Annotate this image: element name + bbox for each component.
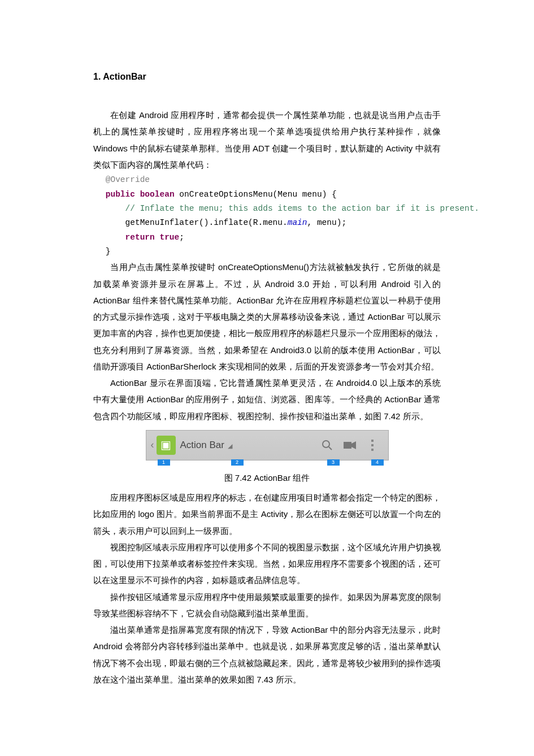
back-chevron-icon: ‹ <box>151 435 154 455</box>
code-comment: // Inflate the menu; this adds items to … <box>106 204 479 213</box>
region-label-3: 3 <box>327 459 340 466</box>
svg-line-1 <box>329 447 332 450</box>
region-label-2: 2 <box>231 459 244 466</box>
code-text <box>135 190 140 199</box>
code-keyword-return-true: return true <box>106 233 180 242</box>
code-brace: } <box>106 247 111 256</box>
code-keyword-boolean: boolean <box>140 190 175 199</box>
figure-actionbar: ‹ ▣ Action Bar ◢ 1 2 3 4 图 7.42 ActionBa… <box>93 430 441 488</box>
search-icon <box>316 440 338 451</box>
svg-marker-3 <box>351 441 356 449</box>
paragraph-6: 操作按钮区域通常显示应用程序中使用最频繁或最重要的操作。如果因为屏幕宽度的限制导… <box>93 589 441 622</box>
paragraph-4: 应用程序图标区域是应用程序的标志，在创建应用项目时通常都会指定一个特定的图标，比… <box>93 489 441 539</box>
code-text: , menu); <box>307 218 347 227</box>
region-label-4: 4 <box>371 459 384 466</box>
section-heading: 1. ActionBar <box>93 68 441 85</box>
code-block: @Override public boolean onCreateOptions… <box>106 173 441 259</box>
paragraph-7: 溢出菜单通常是指屏幕宽度有限的情况下，导致 ActionBar 中的部分内容无法… <box>93 622 441 688</box>
actionbar-title: Action Bar <box>180 436 224 454</box>
svg-rect-2 <box>344 442 351 449</box>
paragraph-2: 当用户点击属性菜单按键时 onCreateOptionsMenu()方法就被触发… <box>93 259 441 375</box>
paragraph-5: 视图控制区域表示应用程序可以使用多个不同的视图显示数据，这个区域允许用户切换视图… <box>93 539 441 589</box>
paragraph-3: ActionBar 显示在界面顶端，它比普通属性菜单更灵活，在 Android4… <box>93 375 441 424</box>
code-keyword-public: public <box>106 190 135 199</box>
code-text: ; <box>179 233 184 242</box>
code-text: onCreateOptionsMenu(Menu menu) { <box>175 190 337 199</box>
code-italic-main: main <box>288 218 307 227</box>
code-annotation: @Override <box>106 175 150 184</box>
spinner-icon: ◢ <box>228 440 232 452</box>
code-text: getMenuInflater().inflate(R.menu. <box>106 218 288 227</box>
actionbar-mock: ‹ ▣ Action Bar ◢ 1 2 3 4 <box>146 430 389 460</box>
paragraph-intro: 在创建 Android 应用程序时，通常都会提供一个属性菜单功能，也就是说当用户… <box>93 107 441 173</box>
camera-icon <box>338 441 361 449</box>
svg-point-0 <box>323 441 329 447</box>
overflow-icon <box>361 440 384 451</box>
figure-caption: 图 7.42 ActionBar 组件 <box>224 470 310 486</box>
app-icon: ▣ <box>157 436 176 455</box>
region-label-1: 1 <box>158 459 170 466</box>
